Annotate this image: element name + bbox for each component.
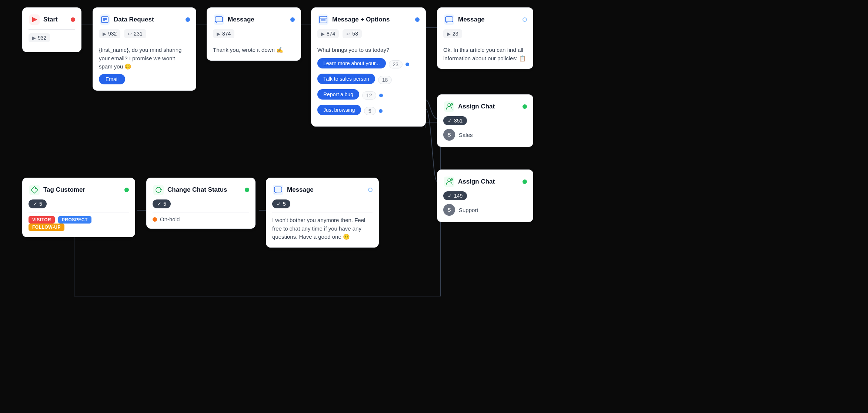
message1-dot: [290, 17, 295, 22]
option-btn-4[interactable]: Just browsing: [317, 105, 361, 115]
mopts-sent-icon: ▶: [321, 31, 325, 37]
message1-title: Message: [228, 16, 287, 23]
tag-stat-value: 5: [39, 201, 42, 207]
message1-stats: ▶ 874: [213, 29, 295, 38]
mopts-stat-reply: ↩ 58: [343, 29, 362, 38]
mopts-reply-value: 58: [352, 31, 358, 37]
assign1-avatar: S: [443, 129, 455, 141]
message3-icon: [272, 184, 284, 196]
message3-header: Message: [272, 184, 373, 196]
ccs-title: Change Chat Status: [167, 186, 242, 194]
assign1-title: Assign Chat: [458, 103, 520, 110]
message2-header: Message: [443, 14, 527, 26]
svg-rect-32: [153, 185, 164, 195]
ccs-status-text: On-hold: [160, 216, 180, 222]
message1-node: Message ▶ 874 Thank you, wrote it down ✍…: [207, 7, 301, 61]
mopts-title: Message + Options: [332, 16, 412, 23]
dr-sent-value: 932: [108, 31, 117, 37]
start-dot: [71, 17, 75, 22]
option-row-3: Report a bug 12: [317, 89, 420, 102]
svg-point-31: [35, 188, 37, 189]
ccs-checkmark-badge: ✓ 5: [153, 199, 171, 208]
assign2-checkmark-badge: ✓ 149: [443, 191, 467, 200]
message3-title: Message: [287, 186, 365, 194]
option-btn-3[interactable]: Report a bug: [317, 89, 359, 100]
opt1-connector-dot: [405, 63, 409, 66]
msg2-sent-icon: ▶: [447, 31, 451, 37]
data-request-dot: [186, 17, 190, 22]
data-request-icon: [99, 14, 111, 26]
mopts-stat-sent: ▶ 874: [317, 29, 339, 38]
message2-title: Message: [458, 16, 520, 23]
data-request-header: Data Request: [99, 14, 190, 26]
ccs-dot: [245, 188, 249, 192]
msg2-stat: ▶ 23: [443, 29, 462, 38]
option-btn-2[interactable]: Talk to sales person: [317, 74, 375, 84]
assign2-stats: ✓ 149: [443, 191, 527, 200]
msg1-body: Thank you, wrote it down ✍️: [213, 46, 295, 54]
option-count-2: 18: [378, 76, 392, 84]
assign2-avatar: S: [443, 204, 455, 216]
message-options-node: Message + Options ▶ 874 ↩ 58 What brings…: [311, 7, 426, 127]
msg3-stat-value: 5: [283, 201, 286, 207]
dr-email-btn[interactable]: Email: [99, 74, 125, 84]
message1-header: Message: [213, 14, 295, 26]
start-stat-value: 932: [38, 35, 46, 41]
msg1-sent-icon: ▶: [217, 31, 220, 37]
assign1-header: Assign Chat: [443, 101, 527, 113]
message2-icon: [443, 14, 455, 26]
data-request-stats: ▶ 932 ↩ 231: [99, 29, 190, 38]
change-chat-status-node: Change Chat Status ✓ 5 On-hold: [146, 178, 256, 229]
opt4-connector-dot: [379, 109, 383, 113]
msg2-sent-value: 23: [453, 31, 458, 37]
option-row-2: Talk to sales person 18: [317, 74, 420, 86]
dr-reply-icon: ↩: [128, 31, 132, 37]
dr-stat-reply: ↩ 231: [124, 29, 146, 38]
message2-stats: ▶ 23: [443, 29, 527, 38]
tag-prospect: PROSPECT: [58, 216, 91, 224]
msg2-body: Ok. In this article you can find all inf…: [443, 46, 527, 63]
option-row-4: Just browsing 5: [317, 105, 420, 117]
message3-node: Message ✓ 5 I won't bother you anymore t…: [266, 178, 379, 248]
tag-visitor: VISITOR: [29, 216, 55, 224]
option-count-1: 23: [389, 60, 403, 68]
message2-node: Message ▶ 23 Ok. In this article you can…: [437, 7, 533, 69]
dr-reply-value: 231: [134, 31, 142, 37]
start-stat-sent: ▶ 932: [29, 33, 50, 42]
sent-icon: ▶: [32, 35, 36, 41]
start-node: Start ▶ 932: [22, 7, 81, 52]
message3-stats: ✓ 5: [272, 199, 373, 208]
mopts-icon: [317, 14, 329, 26]
msg3-checkmark-badge: ✓ 5: [272, 199, 290, 208]
assign1-checkmark-badge: ✓ 351: [443, 116, 467, 125]
assign1-stat-value: 351: [454, 118, 463, 124]
tag-icon: [29, 184, 40, 196]
start-header: Start: [29, 14, 75, 26]
dr-divider: [99, 42, 190, 42]
assign1-row: S Sales: [443, 129, 527, 141]
message2-dot: [523, 17, 527, 22]
option-btn-1[interactable]: Learn more about your...: [317, 58, 386, 68]
assign1-stats: ✓ 351: [443, 116, 527, 125]
message1-icon: [213, 14, 225, 26]
assign1-icon: [443, 101, 455, 113]
ccs-header: Change Chat Status: [153, 184, 249, 196]
assign2-icon: [443, 176, 455, 188]
data-request-title: Data Request: [114, 16, 183, 23]
assign2-name: Support: [459, 207, 478, 213]
ccs-icon: [153, 184, 164, 196]
dr-body: {first_name}, do you mind sharing your e…: [99, 46, 190, 71]
assign2-row: S Support: [443, 204, 527, 216]
canvas: Start ▶ 932 Data Request: [0, 0, 868, 413]
msg1-divider: [213, 42, 295, 42]
data-request-node: Data Request ▶ 932 ↩ 231 {first_name}, d…: [93, 7, 196, 91]
tag-checkmark-badge: ✓ 5: [29, 199, 47, 208]
start-title: Start: [43, 16, 68, 23]
ccs-stats: ✓ 5: [153, 199, 249, 208]
mopts-header: Message + Options: [317, 14, 420, 26]
tag-customer-node: Tag Customer ✓ 5 VISITOR PROSPECT FOLLOW…: [22, 178, 135, 237]
tag-header: Tag Customer: [29, 184, 129, 196]
tag-dot: [124, 188, 129, 192]
assign1-dot: [523, 104, 527, 109]
msg2-divider: [443, 42, 527, 42]
